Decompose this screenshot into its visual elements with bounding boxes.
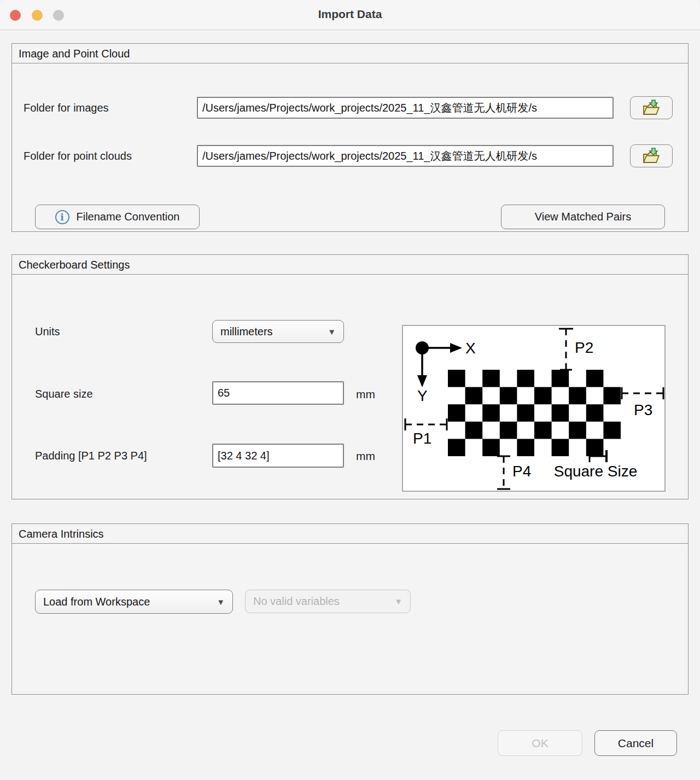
x-axis-label: X [465, 340, 476, 357]
intrinsics-variable-value: No valid variables [253, 595, 340, 608]
padding-input[interactable] [212, 444, 344, 468]
checkerboard-diagram: X Y P2 P3 P1 [402, 325, 666, 492]
y-axis-label: Y [417, 387, 428, 404]
cancel-button-label: Cancel [618, 737, 654, 750]
open-folder-icon [640, 147, 662, 165]
folder-images-label: Folder for images [24, 102, 109, 114]
checkerboard-settings-panel: Checkerboard Settings Units millimeters … [11, 254, 689, 499]
camera-intrinsics-panel: Camera Intrinsics Load from Workspace ▼ … [11, 523, 689, 695]
window-title: Import Data [0, 8, 700, 21]
checkerboard-settings-header: Checkerboard Settings [12, 255, 688, 275]
open-folder-icon [640, 99, 662, 117]
units-label: Units [35, 325, 60, 338]
title-bar: Import Data [0, 0, 700, 30]
units-dropdown[interactable]: millimeters ▼ [212, 320, 344, 343]
folder-pointclouds-label: Folder for point clouds [24, 150, 132, 162]
filename-convention-button[interactable]: i Filename Convention [35, 205, 200, 229]
chevron-down-icon: ▼ [217, 597, 225, 607]
folder-images-input[interactable] [197, 97, 614, 119]
chevron-down-icon: ▼ [328, 327, 336, 336]
view-matched-pairs-button[interactable]: View Matched Pairs [501, 205, 665, 229]
filename-convention-label: Filename Convention [77, 211, 180, 223]
chevron-down-icon: ▼ [394, 597, 402, 606]
p2-label: P2 [575, 339, 593, 356]
camera-intrinsics-header: Camera Intrinsics [12, 524, 688, 544]
browse-images-button[interactable] [630, 96, 673, 119]
intrinsics-source-value: Load from Workspace [43, 596, 150, 608]
p1-label: P1 [413, 430, 431, 447]
square-size-label: Square size [35, 388, 93, 400]
browse-pointclouds-button[interactable] [630, 144, 673, 167]
image-point-cloud-header: Image and Point Cloud [12, 44, 688, 63]
units-dropdown-value: millimeters [220, 325, 273, 338]
square-size-unit: mm [356, 388, 375, 401]
square-size-caption: Square Size [554, 463, 638, 480]
folder-pointclouds-input[interactable] [197, 145, 614, 167]
image-point-cloud-panel: Image and Point Cloud Folder for images … [11, 43, 689, 232]
p4-label: P4 [512, 463, 531, 480]
info-icon: i [55, 210, 69, 224]
checkerboard-diagram-svg: X Y P2 P3 P1 [403, 326, 664, 491]
ok-button: OK [498, 730, 582, 756]
view-matched-pairs-label: View Matched Pairs [535, 211, 631, 223]
ok-button-label: OK [532, 737, 548, 750]
square-size-input[interactable] [212, 381, 344, 405]
intrinsics-variable-dropdown: No valid variables ▼ [245, 590, 411, 613]
padding-label: Padding [P1 P2 P3 P4] [35, 450, 147, 462]
intrinsics-source-dropdown[interactable]: Load from Workspace ▼ [35, 590, 233, 614]
p3-label: P3 [634, 401, 652, 418]
checkerboard-pattern [448, 370, 621, 456]
padding-unit: mm [356, 450, 375, 463]
cancel-button[interactable]: Cancel [594, 730, 677, 756]
